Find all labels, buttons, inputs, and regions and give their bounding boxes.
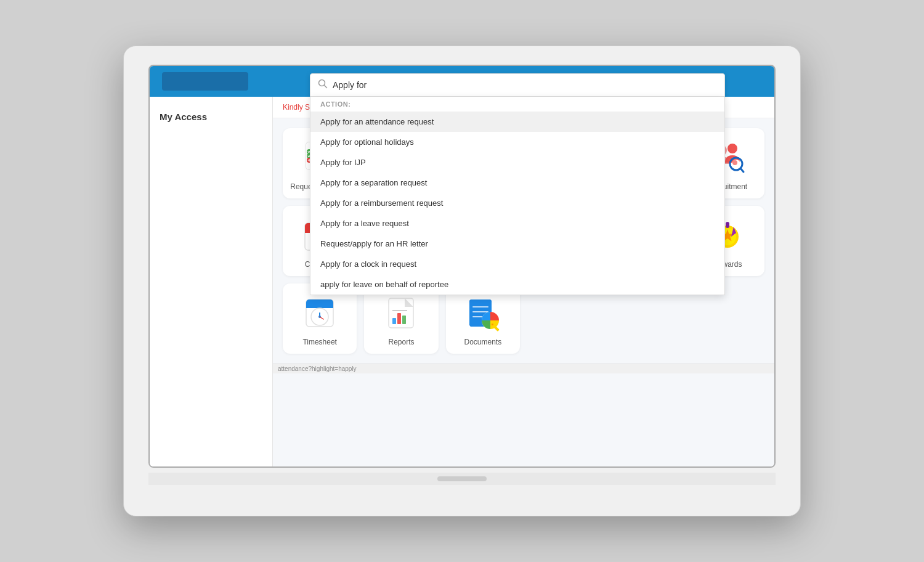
svg-point-47	[732, 160, 737, 165]
timesheet-icon	[300, 293, 339, 333]
svg-line-1	[325, 86, 327, 88]
laptop-notch	[437, 476, 487, 481]
svg-rect-91	[402, 316, 406, 324]
svg-rect-79	[726, 222, 729, 228]
url-bar: attendance?highlight=happly	[273, 364, 774, 373]
svg-rect-90	[397, 313, 401, 324]
documents-label: Documents	[464, 338, 501, 346]
search-input[interactable]	[333, 80, 717, 90]
dropdown-item[interactable]: Apply for a clock in request	[310, 254, 724, 274]
laptop-frame: ACTION: Apply for an attendance requestA…	[123, 46, 801, 516]
svg-rect-89	[392, 318, 396, 324]
app-header: ACTION: Apply for an attendance requestA…	[150, 66, 774, 97]
dropdown-item[interactable]: Apply for an attendance request	[310, 112, 724, 132]
app-logo	[162, 72, 248, 91]
svg-point-44	[727, 144, 737, 153]
dropdown-item[interactable]: Apply for a leave request	[310, 213, 724, 234]
svg-line-48	[740, 168, 744, 172]
dropdown-item[interactable]: Apply for a separation request	[310, 173, 724, 193]
search-box	[310, 73, 725, 97]
sidebar-title: My Access	[150, 107, 272, 132]
search-dropdown: ACTION: Apply for an attendance requestA…	[310, 97, 725, 295]
search-icon	[318, 79, 328, 91]
reports-icon	[381, 293, 421, 333]
sidebar: My Access	[150, 97, 273, 466]
search-container: ACTION: Apply for an attendance requestA…	[310, 73, 725, 295]
timesheet-label: Timesheet	[302, 338, 337, 346]
reports-label: Reports	[388, 338, 414, 346]
dropdown-section-label: ACTION:	[310, 97, 724, 112]
dropdown-item[interactable]: Apply for a reimbursement request	[310, 193, 724, 213]
laptop-screen: ACTION: Apply for an attendance requestA…	[148, 65, 776, 468]
documents-icon	[463, 293, 503, 333]
laptop-bottom	[148, 473, 776, 485]
dropdown-item[interactable]: Request/apply for an HR letter	[310, 234, 724, 254]
svg-rect-82	[306, 303, 333, 308]
dropdown-item[interactable]: Apply for IJP	[310, 152, 724, 173]
dropdown-item[interactable]: apply for leave on behalf of reportee	[310, 274, 724, 295]
dropdown-item[interactable]: Apply for optional holidays	[310, 132, 724, 152]
